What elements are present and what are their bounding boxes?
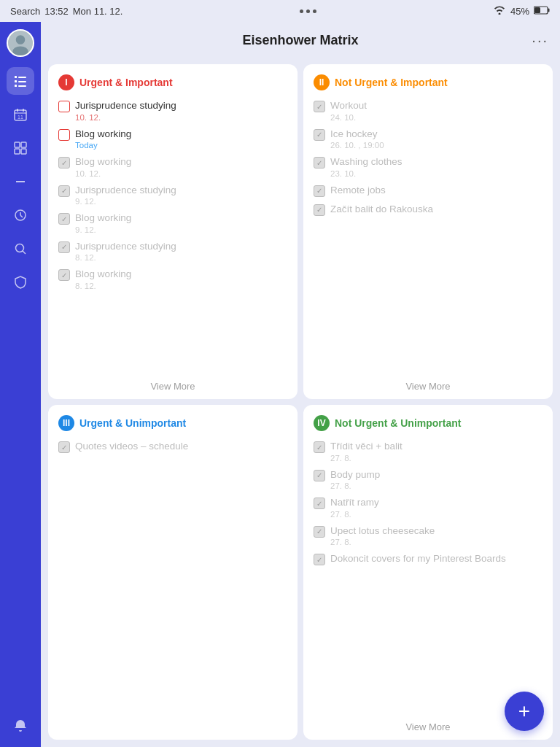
task-date: 10. 12. xyxy=(75,169,287,178)
task-date: 9. 12. xyxy=(75,225,287,234)
task-checkbox[interactable] xyxy=(314,526,325,538)
view-more-button[interactable]: View More xyxy=(58,376,287,392)
task-text-block: Jurisprudence studying9. 12. xyxy=(75,184,287,206)
task-name: Blog working xyxy=(75,212,287,225)
task-checkbox[interactable] xyxy=(314,185,325,197)
sidebar-item-tasks[interactable] xyxy=(7,67,34,95)
task-name: Remote jobs xyxy=(330,184,542,197)
list-item[interactable]: Workout24. 10. xyxy=(314,99,542,122)
list-item[interactable]: Začít balit do Rakouska xyxy=(314,203,542,216)
list-item[interactable]: Třídit věci + balit27. 8. xyxy=(314,440,542,462)
quadrant-badge-q2: II xyxy=(314,74,330,90)
task-name: Dokoncit covers for my Pinterest Boards xyxy=(330,552,542,565)
task-checkbox[interactable] xyxy=(58,129,70,141)
task-checkbox[interactable] xyxy=(58,269,70,281)
sidebar-item-grid[interactable] xyxy=(7,134,34,162)
task-text-block: Jurisprudence studying8. 12. xyxy=(75,240,287,263)
task-name: Upect lotus cheesecake xyxy=(330,525,542,538)
list-item[interactable]: Ice hockey26. 10. , 19:00 xyxy=(314,128,542,150)
sidebar-item-clock[interactable] xyxy=(7,201,34,229)
task-name: Blog working xyxy=(75,155,287,169)
task-date: 24. 10. xyxy=(330,113,542,122)
task-checkbox[interactable] xyxy=(314,554,325,565)
header: Eisenhower Matrix ··· xyxy=(41,22,560,58)
svg-rect-20 xyxy=(21,149,26,154)
quadrant-q1: IUrgent & ImportantJurisprudence studyin… xyxy=(48,64,298,399)
list-item[interactable]: Blog working9. 12. xyxy=(58,212,287,234)
svg-rect-1 xyxy=(548,8,550,12)
search-label[interactable]: Search xyxy=(10,6,40,17)
task-checkbox[interactable] xyxy=(314,129,325,141)
task-date: 10. 12. xyxy=(75,113,287,122)
svg-line-24 xyxy=(20,215,23,217)
task-checkbox[interactable] xyxy=(58,185,70,197)
task-date: 27. 8. xyxy=(330,454,542,462)
task-text-block: Washing clothes23. 10. xyxy=(330,155,542,178)
task-name: Začít balit do Rakouska xyxy=(330,203,542,216)
list-item[interactable]: Blog working10. 12. xyxy=(58,155,287,178)
list-item[interactable]: Jurisprudence studying10. 12. xyxy=(58,99,287,122)
time: 13:52 xyxy=(44,6,69,17)
list-item[interactable]: Jurisprudence studying8. 12. xyxy=(58,240,287,263)
task-checkbox[interactable] xyxy=(314,157,325,169)
list-item[interactable]: Quotes videos – schedule xyxy=(58,440,287,453)
sidebar-item-shield[interactable] xyxy=(7,268,34,296)
task-checkbox[interactable] xyxy=(58,441,70,453)
more-button[interactable]: ··· xyxy=(532,32,548,49)
quadrant-header-q4: IVNot Urgent & Unimportant xyxy=(314,415,542,431)
list-item[interactable]: Washing clothes23. 10. xyxy=(314,155,542,178)
task-checkbox[interactable] xyxy=(314,441,325,453)
task-checkbox[interactable] xyxy=(58,213,70,225)
battery-percent: 45% xyxy=(510,6,529,17)
task-checkbox[interactable] xyxy=(314,101,325,112)
svg-rect-19 xyxy=(15,149,20,154)
sidebar-item-search[interactable] xyxy=(7,235,34,263)
sidebar-item-notification[interactable] xyxy=(7,712,34,740)
list-item[interactable]: Body pump27. 8. xyxy=(314,468,542,491)
task-checkbox[interactable] xyxy=(58,157,70,169)
task-checkbox[interactable] xyxy=(314,470,325,481)
task-text-block: Workout24. 10. xyxy=(330,99,542,122)
svg-rect-17 xyxy=(15,142,20,147)
task-name: Třídit věci + balit xyxy=(330,440,542,453)
task-text-block: Blog workingToday xyxy=(75,128,287,150)
task-checkbox[interactable] xyxy=(58,101,70,112)
quadrant-header-q2: IINot Urgent & Important xyxy=(314,74,542,90)
task-name: Body pump xyxy=(330,468,542,481)
sidebar: 11 xyxy=(0,22,41,747)
date: Mon 11. 12. xyxy=(73,6,123,17)
battery-icon xyxy=(534,6,550,17)
status-bar: Search 13:52 Mon 11. 12. 45% xyxy=(0,0,560,22)
list-item[interactable]: Remote jobs xyxy=(314,184,542,197)
page-title: Eisenhower Matrix xyxy=(242,33,358,48)
task-checkbox[interactable] xyxy=(58,241,70,253)
sidebar-item-minus[interactable] xyxy=(7,168,34,196)
task-text-block: Dokoncit covers for my Pinterest Boards xyxy=(330,552,542,565)
view-more-button[interactable]: View More xyxy=(314,376,542,392)
list-item[interactable]: Natřít ramy27. 8. xyxy=(314,496,542,519)
list-item[interactable]: Dokoncit covers for my Pinterest Boards xyxy=(314,552,542,565)
task-name: Natřít ramy xyxy=(330,496,542,509)
status-right: 45% xyxy=(493,5,550,17)
avatar[interactable] xyxy=(7,29,34,57)
list-item[interactable]: Blog workingToday xyxy=(58,128,287,150)
quadrant-q4: IVNot Urgent & UnimportantTřídit věci + … xyxy=(303,405,553,740)
task-checkbox[interactable] xyxy=(314,498,325,509)
task-name: Jurisprudence studying xyxy=(75,240,287,253)
task-text-block: Natřít ramy27. 8. xyxy=(330,496,542,519)
list-item[interactable]: Upect lotus cheesecake27. 8. xyxy=(314,525,542,547)
svg-rect-2 xyxy=(534,7,540,13)
task-name: Jurisprudence studying xyxy=(75,184,287,197)
list-item[interactable]: Jurisprudence studying9. 12. xyxy=(58,184,287,206)
task-checkbox[interactable] xyxy=(314,204,325,216)
list-item[interactable]: Blog working8. 12. xyxy=(58,268,287,290)
task-date: 9. 12. xyxy=(75,197,287,206)
add-button[interactable]: + xyxy=(505,692,544,731)
status-left: Search 13:52 Mon 11. 12. xyxy=(10,6,122,17)
sidebar-item-calendar[interactable]: 11 xyxy=(7,101,34,128)
task-text-block: Body pump27. 8. xyxy=(330,468,542,491)
task-text-block: Začít balit do Rakouska xyxy=(330,203,542,216)
svg-rect-18 xyxy=(21,142,26,147)
svg-rect-10 xyxy=(15,85,17,87)
svg-line-26 xyxy=(23,251,26,254)
